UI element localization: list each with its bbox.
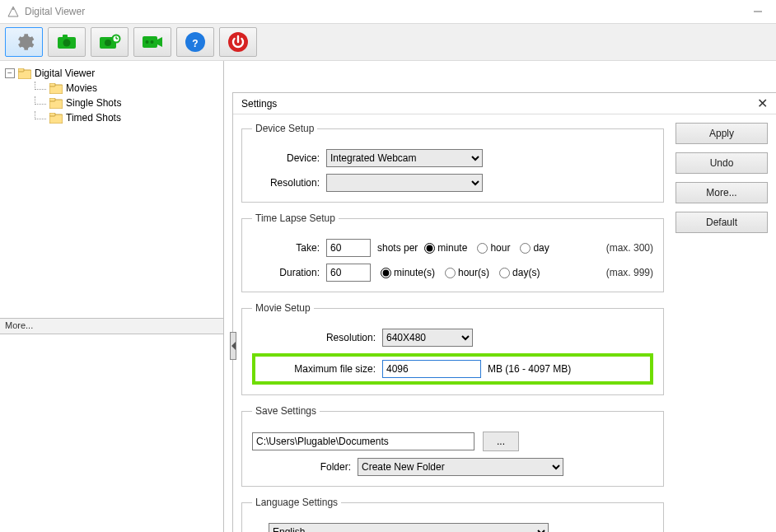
settings-buttons: Apply Undo More... Default	[675, 123, 768, 524]
tree-root[interactable]: − Digital Viewer	[5, 66, 218, 81]
svg-rect-10	[143, 36, 157, 48]
folder-icon	[49, 83, 63, 94]
settings-title: Settings	[241, 98, 757, 110]
device-label: Device:	[252, 152, 320, 164]
window-title: Digital Viewer	[25, 6, 741, 17]
default-button[interactable]: Default	[675, 212, 768, 233]
left-pane: − Digital Viewer Movies Single Shots Tim…	[0, 61, 224, 532]
collapse-icon[interactable]: −	[5, 68, 15, 78]
browse-button[interactable]: ...	[483, 432, 519, 451]
svg-point-3	[63, 40, 71, 47]
take-max: (max. 300)	[606, 242, 653, 254]
help-button[interactable]: ?	[176, 27, 214, 57]
panel-drag-handle[interactable]	[230, 332, 236, 360]
timed-shot-button[interactable]	[91, 27, 129, 57]
svg-rect-17	[18, 68, 24, 72]
maxsize-label: Maximum file size:	[262, 363, 376, 375]
svg-point-11	[146, 40, 149, 44]
tree-label: Movies	[66, 82, 97, 94]
take-input[interactable]	[326, 239, 371, 257]
maxsize-unit: MB (16 - 4097 MB)	[488, 363, 571, 375]
svg-point-6	[105, 40, 111, 46]
snapshot-button[interactable]	[48, 27, 86, 57]
movie-resolution-select[interactable]: 640X480	[382, 329, 473, 347]
tree-view[interactable]: − Digital Viewer Movies Single Shots Tim…	[0, 61, 223, 318]
resolution-label: Resolution:	[252, 177, 320, 189]
device-select[interactable]: Integrated Webcam	[326, 149, 483, 167]
left-bottom-pane	[0, 334, 223, 532]
timelapse-group: Time Lapse Setup Take: shots per minute …	[241, 212, 664, 292]
dur-minutes-radio[interactable]: minute(s)	[381, 267, 435, 278]
right-pane: Settings ✕ Device Setup Device: Integrat…	[224, 61, 776, 532]
timelapse-legend: Time Lapse Setup	[252, 212, 339, 224]
svg-text:?: ?	[192, 38, 198, 49]
duration-label: Duration:	[252, 267, 320, 278]
svg-rect-4	[63, 35, 68, 38]
settings-panel: Settings ✕ Device Setup Device: Integrat…	[232, 92, 776, 532]
svg-point-12	[151, 40, 154, 44]
left-more-bar[interactable]: More...	[0, 318, 223, 334]
take-label: Take:	[252, 242, 320, 254]
device-resolution-select[interactable]	[326, 174, 483, 192]
main: − Digital Viewer Movies Single Shots Tim…	[0, 61, 776, 532]
svg-point-0	[12, 8, 14, 10]
folder-icon	[49, 113, 63, 124]
take-minute-radio[interactable]: minute	[424, 242, 467, 254]
settings-button[interactable]	[5, 27, 43, 57]
language-group: Language Settings English	[241, 497, 664, 532]
duration-max: (max. 999)	[606, 267, 653, 278]
svg-rect-19	[49, 83, 55, 86]
device-setup-group: Device Setup Device: Integrated Webcam R…	[241, 123, 664, 203]
tree-label: Single Shots	[66, 97, 121, 109]
maxsize-input[interactable]	[382, 360, 481, 378]
record-button[interactable]	[133, 27, 171, 57]
duration-input[interactable]	[326, 264, 371, 282]
app-icon	[7, 5, 20, 18]
shots-per-label: shots per	[377, 242, 418, 254]
movie-resolution-label: Resolution:	[252, 332, 376, 343]
tree-root-label: Digital Viewer	[35, 68, 95, 79]
save-path-input[interactable]	[252, 432, 474, 450]
tree-item-movies[interactable]: Movies	[5, 81, 218, 96]
language-legend: Language Settings	[252, 497, 341, 508]
folder-icon	[49, 98, 63, 109]
device-setup-legend: Device Setup	[252, 123, 317, 134]
undo-button[interactable]: Undo	[675, 152, 768, 174]
tree-item-single-shots[interactable]: Single Shots	[5, 96, 218, 110]
tree-label: Timed Shots	[66, 112, 121, 124]
apply-button[interactable]: Apply	[675, 123, 768, 144]
more-button[interactable]: More...	[675, 182, 768, 203]
dur-days-radio[interactable]: day(s)	[499, 267, 540, 278]
settings-header: Settings ✕	[233, 93, 776, 114]
take-day-radio[interactable]: day	[520, 242, 549, 254]
movie-legend: Movie Setup	[252, 302, 314, 314]
folder-select[interactable]: Create New Folder	[358, 458, 563, 476]
svg-rect-21	[49, 98, 55, 101]
power-button[interactable]	[219, 27, 257, 57]
tree-item-timed-shots[interactable]: Timed Shots	[5, 110, 218, 125]
titlebar: Digital Viewer	[0, 0, 776, 23]
maxsize-highlight: Maximum file size: MB (16 - 4097 MB)	[252, 353, 653, 385]
minimize-button[interactable]	[741, 0, 774, 23]
toolbar: ?	[0, 23, 776, 61]
language-select[interactable]: English	[269, 523, 549, 532]
folder-icon	[18, 68, 31, 79]
close-button[interactable]: ✕	[757, 96, 768, 111]
svg-rect-23	[49, 113, 55, 116]
save-legend: Save Settings	[252, 405, 320, 417]
save-settings-group: Save Settings ... Folder: Create New Fol…	[241, 405, 664, 487]
movie-setup-group: Movie Setup Resolution: 640X480 Maximum …	[241, 302, 664, 395]
dur-hours-radio[interactable]: hour(s)	[445, 267, 489, 278]
folder-label: Folder:	[252, 461, 351, 473]
take-hour-radio[interactable]: hour	[477, 242, 510, 254]
